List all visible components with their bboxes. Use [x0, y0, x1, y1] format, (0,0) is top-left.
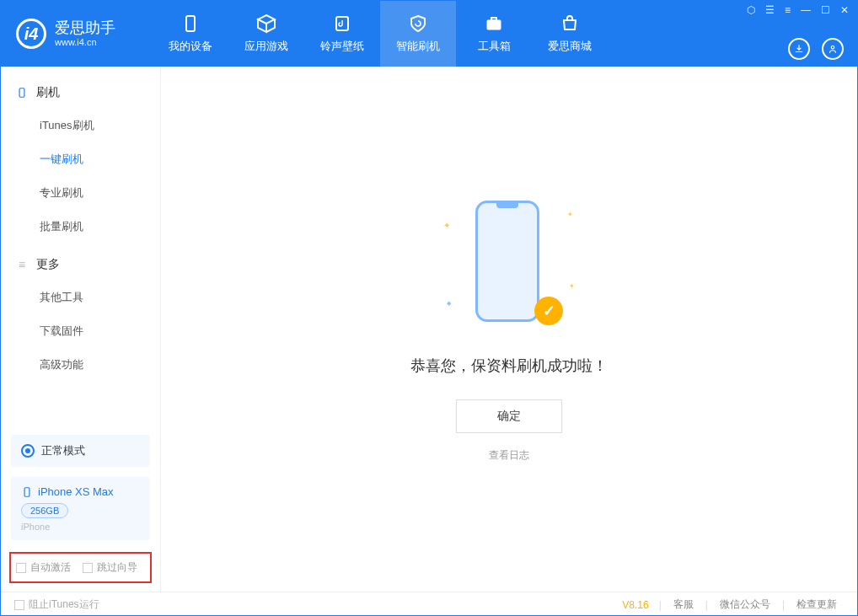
check-badge-icon: ✓	[534, 297, 563, 325]
cube-icon	[256, 13, 276, 34]
header-right-icons	[788, 38, 844, 60]
phone-icon	[16, 87, 28, 99]
maximize-button[interactable]: ☐	[821, 4, 830, 16]
sparkle-icon: ◆	[447, 300, 451, 307]
highlighted-options-box: 自动激活 跳过向导	[9, 552, 152, 583]
nav-tab-store[interactable]: 爱思商城	[532, 1, 608, 67]
sidebar-item-batch-flash[interactable]: 批量刷机	[1, 210, 160, 244]
footer-link-wechat[interactable]: 微信公众号	[713, 597, 777, 612]
user-icon[interactable]	[822, 38, 844, 60]
nav-tab-flash[interactable]: 智能刷机	[380, 1, 456, 67]
sparkle-icon: ✦	[567, 211, 573, 218]
device-capacity-badge: 256GB	[21, 503, 68, 518]
svg-rect-2	[487, 20, 501, 29]
toolbox-icon	[484, 13, 504, 34]
nav-tab-device[interactable]: 我的设备	[153, 1, 228, 67]
version-label: V8.16	[622, 599, 648, 611]
checkbox-icon	[16, 563, 26, 573]
nav-label: 工具箱	[478, 39, 511, 54]
sparkle-icon: ✦	[569, 282, 575, 290]
success-message: 恭喜您，保资料刷机成功啦！	[410, 356, 608, 376]
sidebar-section-more: ≡ 更多	[1, 249, 160, 281]
sidebar-item-download-firmware[interactable]: 下载固件	[1, 314, 160, 348]
menu-icon[interactable]: ≡	[785, 4, 791, 16]
device-type: iPhone	[21, 522, 140, 532]
sidebar-item-pro-flash[interactable]: 专业刷机	[1, 176, 160, 210]
svg-point-4	[831, 46, 834, 50]
footer: 阻止iTunes运行 V8.16 | 客服 | 微信公众号 | 检查更新	[1, 592, 857, 616]
checkbox-icon	[83, 563, 93, 573]
logo-icon: i4	[16, 19, 46, 49]
sidebar-item-oneclick-flash[interactable]: 一键刷机	[1, 142, 160, 176]
sidebar-item-itunes-flash[interactable]: iTunes刷机	[1, 109, 160, 142]
footer-link-update[interactable]: 检查更新	[790, 597, 844, 612]
checkbox-label: 跳过向导	[97, 560, 137, 575]
logo-title: 爱思助手	[55, 20, 115, 37]
nav-tab-toolbox[interactable]: 工具箱	[456, 1, 532, 67]
svg-rect-5	[19, 88, 24, 98]
nav-label: 智能刷机	[396, 39, 440, 54]
checkbox-icon	[14, 600, 24, 610]
svg-rect-0	[186, 16, 195, 31]
nav-tab-ringtone[interactable]: 铃声壁纸	[304, 1, 380, 67]
svg-rect-6	[24, 487, 29, 496]
list-icon[interactable]: ☰	[765, 4, 775, 16]
mode-icon	[21, 444, 35, 458]
logo-subtitle: www.i4.cn	[55, 37, 115, 47]
mode-card[interactable]: 正常模式	[11, 435, 150, 467]
nav-label: 应用游戏	[244, 39, 288, 54]
nav-tabs: 我的设备 应用游戏 铃声壁纸 智能刷机 工具箱 爱思商城	[153, 1, 608, 67]
device-icon	[180, 13, 201, 34]
mode-label: 正常模式	[41, 443, 85, 458]
checkbox-skip-guide[interactable]: 跳过向导	[83, 560, 137, 575]
svg-rect-3	[491, 18, 496, 20]
nav-label: 爱思商城	[548, 39, 592, 54]
menu-lines-icon: ≡	[16, 259, 28, 271]
store-icon	[560, 13, 580, 34]
checkbox-label: 自动激活	[30, 560, 71, 575]
nav-label: 我的设备	[169, 39, 212, 54]
view-log-link[interactable]: 查看日志	[489, 448, 529, 463]
checkbox-auto-activate[interactable]: 自动激活	[16, 560, 71, 575]
phone-outline-icon	[475, 201, 539, 322]
sidebar-item-other-tools[interactable]: 其他工具	[1, 281, 160, 314]
sidebar-section-flash: 刷机	[1, 77, 160, 109]
footer-link-service[interactable]: 客服	[667, 597, 700, 612]
music-icon	[332, 13, 352, 34]
close-button[interactable]: ✕	[840, 4, 849, 16]
download-icon[interactable]	[788, 38, 810, 60]
ok-button[interactable]: 确定	[456, 399, 562, 433]
sparkle-icon: ✦	[443, 221, 450, 230]
nav-tab-apps[interactable]: 应用游戏	[228, 1, 304, 67]
app-header: i4 爱思助手 www.i4.cn 我的设备 应用游戏 铃声壁纸 智能刷机 工具…	[1, 1, 857, 67]
refresh-shield-icon	[408, 13, 428, 34]
device-name: iPhone XS Max	[38, 485, 114, 498]
shirt-icon[interactable]: ⬡	[747, 4, 755, 16]
device-card[interactable]: iPhone XS Max 256GB iPhone	[11, 477, 150, 540]
section-title: 更多	[36, 257, 60, 272]
nav-label: 铃声壁纸	[320, 39, 364, 54]
success-illustration: ✦ ✦ ◆ ✦ ✓	[458, 196, 560, 330]
logo-area: i4 爱思助手 www.i4.cn	[1, 19, 153, 49]
window-controls: ⬡ ☰ ≡ — ☐ ✕	[747, 4, 849, 16]
section-title: 刷机	[36, 85, 60, 100]
checkbox-block-itunes[interactable]: 阻止iTunes运行	[14, 597, 99, 612]
minimize-button[interactable]: —	[801, 4, 811, 16]
main-content: ✦ ✦ ◆ ✦ ✓ 恭喜您，保资料刷机成功啦！ 确定 查看日志	[161, 67, 857, 592]
phone-small-icon	[21, 486, 33, 498]
sidebar-item-advanced[interactable]: 高级功能	[1, 348, 160, 382]
checkbox-label: 阻止iTunes运行	[29, 597, 99, 612]
sidebar: 刷机 iTunes刷机 一键刷机 专业刷机 批量刷机 ≡ 更多 其他工具 下载固…	[1, 67, 161, 592]
